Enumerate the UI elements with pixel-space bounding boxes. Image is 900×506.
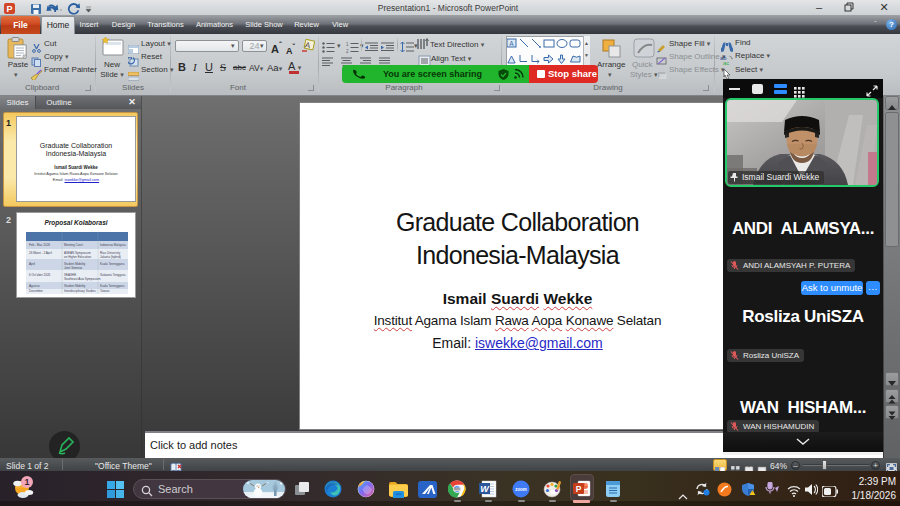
svg-text:April: April: [29, 262, 35, 266]
svg-text:on Higher Education: on Higher Education: [64, 255, 92, 259]
svg-text:6 Oct'ober 2026: 6 Oct'ober 2026: [29, 273, 51, 277]
svg-text:Taiwan: Taiwan: [100, 289, 110, 293]
svg-text:Joint Seminar: Joint Seminar: [64, 266, 82, 270]
svg-text:December: December: [29, 289, 43, 293]
svg-text:2: 2: [346, 49, 349, 53]
svg-text:Agustus: Agustus: [29, 284, 40, 288]
svg-text:P: P: [6, 4, 12, 14]
svg-text:1: 1: [346, 42, 349, 47]
svg-text:Sulawesi Tenggara: Sulawesi Tenggara: [100, 273, 126, 277]
svg-text:zoom: zoom: [515, 487, 527, 492]
svg-text:P: P: [576, 484, 582, 494]
svg-text:Feb - Mac 2026: Feb - Mac 2026: [29, 243, 50, 247]
svg-text:26 Maret - 2 April: 26 Maret - 2 April: [29, 251, 52, 255]
svg-text:Southeast Asia Symposium: Southeast Asia Symposium: [64, 277, 101, 281]
svg-text:Indonesia Malaysia: Indonesia Malaysia: [100, 243, 126, 247]
svg-text:!: !: [752, 491, 753, 495]
svg-text:Jakarta (hybrid): Jakarta (hybrid): [100, 255, 121, 259]
svg-text:A: A: [509, 40, 514, 47]
svg-text:Interdisciplinary Studies: Interdisciplinary Studies: [64, 289, 96, 293]
svg-text:Beta: Beta: [454, 487, 460, 491]
svg-text:Kuala Terengganu: Kuala Terengganu: [100, 284, 125, 288]
svg-text:Meeting Court: Meeting Court: [64, 243, 83, 247]
svg-text:Student Mobility: Student Mobility: [64, 284, 86, 288]
svg-text:Kuala Terengganu: Kuala Terengganu: [100, 262, 125, 266]
